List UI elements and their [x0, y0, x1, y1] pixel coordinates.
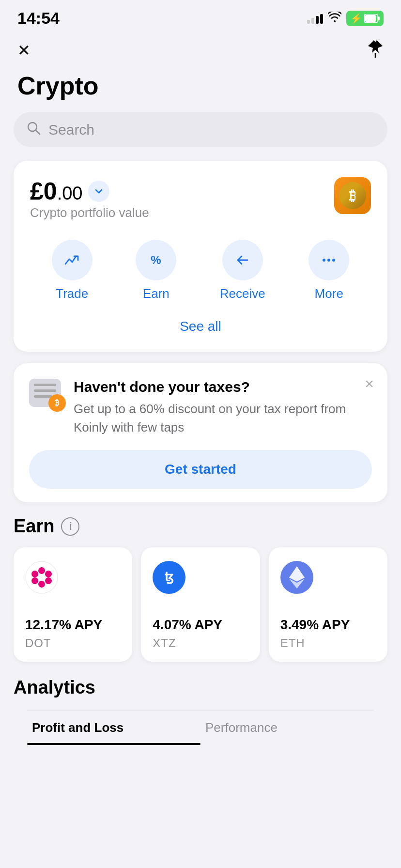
svg-point-8 [327, 259, 330, 262]
tab-pnl[interactable]: Profit and Loss [27, 713, 200, 743]
tax-close-button[interactable]: × [365, 375, 374, 393]
earn-section-title: Earn [14, 516, 54, 537]
pin-button[interactable] [367, 39, 384, 62]
earn-card-xtz[interactable]: ꜩ 4.07% APY XTZ [141, 547, 260, 662]
earn-label: Earn [143, 286, 170, 301]
tab-performance[interactable]: Performance [200, 713, 374, 743]
tab-performance-label: Performance [205, 720, 278, 735]
more-action[interactable]: More [308, 240, 349, 301]
tax-banner-header: ₿ Haven't done your taxes? Get up to a 6… [29, 379, 372, 436]
svg-point-9 [332, 259, 335, 262]
receive-icon-circle [222, 240, 263, 280]
status-time: 14:54 [17, 9, 60, 28]
see-all-label: See all [180, 319, 221, 334]
tax-description: Get up to a 60% discount on your tax rep… [74, 400, 372, 436]
search-icon [26, 121, 41, 139]
search-bar[interactable]: Search [14, 112, 387, 147]
earn-section: Earn i 12.17% APY DOT [0, 516, 401, 673]
portfolio-label: Crypto portfolio value [30, 205, 149, 220]
earn-info-button[interactable]: i [61, 517, 79, 536]
analytics-tabs: Profit and Loss Performance [27, 710, 374, 743]
svg-point-12 [38, 581, 45, 588]
tax-title: Haven't done your taxes? [74, 379, 372, 395]
more-icon-circle [308, 240, 349, 280]
portfolio-dropdown-button[interactable] [88, 181, 109, 202]
nav-bar: ✕ [0, 32, 401, 66]
wifi-icon [328, 12, 341, 25]
trade-icon-circle [52, 240, 93, 280]
svg-point-11 [38, 567, 45, 574]
xtz-apy: 4.07% APY [153, 617, 248, 633]
svg-text:%: % [151, 253, 161, 266]
analytics-title: Analytics [14, 677, 387, 698]
receive-label: Receive [220, 286, 265, 301]
svg-rect-2 [365, 15, 376, 22]
receive-action[interactable]: Receive [220, 240, 265, 301]
earn-action[interactable]: % Earn [136, 240, 176, 301]
search-container: Search [0, 112, 401, 161]
svg-point-7 [323, 259, 325, 262]
svg-point-15 [45, 571, 52, 577]
svg-point-10 [26, 561, 58, 593]
tax-icon: ₿ [29, 379, 64, 414]
svg-text:ꜩ: ꜩ [165, 570, 173, 585]
more-label: More [315, 286, 343, 301]
status-icons: ⚡ [307, 11, 384, 26]
earn-card-dot[interactable]: 12.17% APY DOT [14, 547, 132, 662]
close-button[interactable]: ✕ [17, 41, 31, 60]
search-placeholder: Search [48, 122, 94, 138]
get-started-button[interactable]: Get started [29, 450, 372, 489]
earn-icon-circle: % [136, 240, 176, 280]
crypto-logo-icon [334, 177, 371, 214]
portfolio-value-row: £0.00 [30, 177, 149, 205]
svg-point-16 [45, 577, 52, 584]
tax-banner: × ₿ Haven't done your taxes? Get up to a… [14, 363, 387, 502]
page-title: Crypto [0, 66, 401, 112]
battery-level-icon [364, 14, 380, 23]
portfolio-card: £0.00 Crypto portfolio value [14, 161, 387, 352]
xtz-coin: XTZ [153, 636, 248, 650]
action-buttons: Trade % Earn Receive [30, 240, 371, 301]
earn-section-header: Earn i [14, 516, 387, 537]
trade-action[interactable]: Trade [52, 240, 93, 301]
eth-coin: ETH [280, 636, 376, 650]
tab-pnl-label: Profit and Loss [32, 720, 123, 735]
dot-coin: DOT [25, 636, 121, 650]
svg-point-14 [31, 577, 38, 584]
battery-icon: ⚡ [350, 13, 362, 24]
dot-apy: 12.17% APY [25, 617, 121, 633]
trade-label: Trade [56, 286, 88, 301]
signal-icon [307, 13, 323, 24]
analytics-section: Analytics Profit and Loss Performance [0, 673, 401, 743]
tab-active-indicator [27, 743, 200, 745]
earn-card-eth[interactable]: 3.49% APY ETH [269, 547, 387, 662]
status-bar: 14:54 ⚡ [0, 0, 401, 32]
svg-rect-1 [378, 16, 380, 20]
get-started-label: Get started [165, 462, 236, 477]
svg-line-5 [36, 130, 40, 134]
eth-apy: 3.49% APY [280, 617, 376, 633]
svg-point-13 [31, 571, 38, 577]
portfolio-header: £0.00 Crypto portfolio value [30, 177, 371, 236]
see-all-button[interactable]: See all [30, 315, 371, 338]
earn-cards-list: 12.17% APY DOT ꜩ 4.07% APY XTZ 3.49% APY… [14, 547, 387, 662]
portfolio-value: £0.00 [30, 177, 82, 205]
